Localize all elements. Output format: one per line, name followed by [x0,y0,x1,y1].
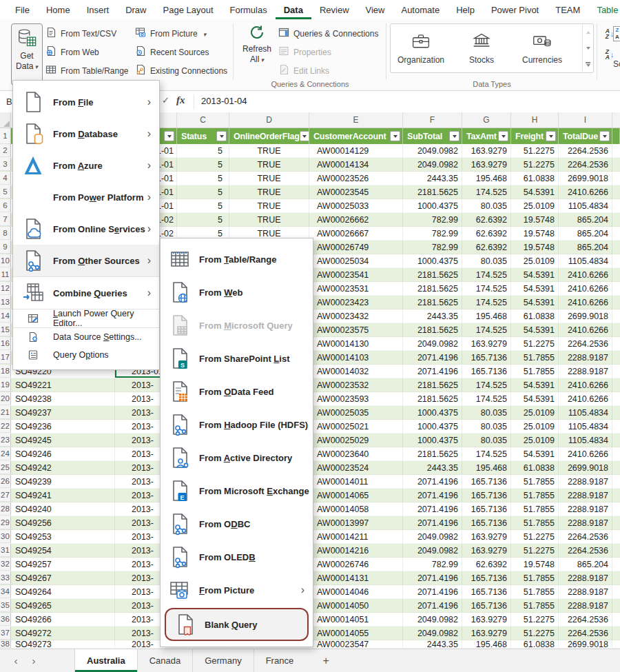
cell-salesorder[interactable]: SO49273 [11,640,115,648]
get-data-menu-item[interactable]: From Database [13,118,159,150]
cell-totaldue[interactable]: 2264.2536 [559,627,612,640]
cell-taxamt[interactable]: 165.7136 [462,351,511,364]
cell-totaldue[interactable]: 2410.6266 [559,378,612,391]
cell-customeraccount[interactable]: AW00023593 [309,392,403,405]
filter-button[interactable] [546,131,556,141]
row-number[interactable]: 12 [0,282,11,295]
cell-status[interactable]: 5 [177,213,229,226]
cell-totaldue[interactable]: 2264.2536 [559,544,612,557]
cell-subtotal[interactable]: 2443.35 [403,172,462,185]
row-number[interactable]: 27 [0,489,11,502]
cell-subtotal[interactable]: 782.99 [403,227,462,240]
cell-freight[interactable]: 54.5391 [511,296,559,309]
cell-taxamt[interactable]: 195.468 [462,172,511,185]
cell-totaldue[interactable]: 2288.9187 [559,365,612,378]
add-sheet-button[interactable] [313,649,338,672]
cell-onlineorderflag[interactable]: TRUE [229,199,309,212]
cell-subtotal[interactable]: 2049.0982 [403,530,462,543]
cell-taxamt[interactable]: 163.9279 [462,337,511,350]
row-number[interactable]: 8 [0,227,11,240]
cell-freight[interactable]: 51.2275 [511,144,559,157]
gallery-scroll-up[interactable] [583,24,593,40]
cell-taxamt[interactable]: 163.9279 [462,613,511,626]
tab-review[interactable]: Review [311,0,358,19]
cell-freight[interactable]: 51.7855 [511,365,559,378]
existing-connections-button[interactable]: Existing Connections [135,61,227,80]
cell-taxamt[interactable]: 174.525 [462,282,511,295]
cell-status[interactable]: 5 [177,185,229,198]
cell-customeraccount[interactable]: AW00014046 [309,585,403,598]
column-header-d[interactable]: D [229,112,309,128]
cell-freight[interactable]: 54.5391 [511,268,559,281]
from-table-range-button[interactable]: From Table/Range [45,61,129,80]
cell-freight[interactable]: 51.2275 [511,530,559,543]
cell-taxamt[interactable]: 163.9279 [462,544,511,557]
row-number[interactable]: 16 [0,337,11,350]
get-data-menu-item[interactable]: From File [13,86,159,118]
cell-totaldue[interactable]: 2410.6266 [559,282,612,295]
get-data-menu-item[interactable]: Combine Queries [13,276,159,309]
row-number[interactable]: 35 [0,599,11,612]
tab-formulas[interactable]: Formulas [222,0,276,19]
cell-taxamt[interactable]: 174.525 [462,392,511,405]
cell-freight[interactable]: 61.0838 [511,640,559,648]
cell-totaldue[interactable]: 2288.9187 [559,599,612,612]
cell-onlineorderflag[interactable]: TRUE [229,172,309,185]
cell-freight[interactable]: 25.0109 [511,420,559,433]
row-number[interactable]: 19 [0,378,11,391]
cell-customeraccount[interactable]: AW00023545 [309,185,403,198]
cell-subtotal[interactable]: 1000.4375 [403,406,462,419]
cell-totaldue[interactable]: 2288.9187 [559,502,612,516]
cell-status[interactable]: 5 [177,199,229,212]
cell-freight[interactable]: 54.5391 [511,392,559,405]
cell-salesorder[interactable]: SO49242 [11,461,115,474]
other-sources-menu-item[interactable]: E From Microsoft Exchange [161,474,313,507]
column-header-f[interactable]: F [403,112,462,128]
cell-salesorder[interactable]: SO49246 [11,447,115,460]
cell-customeraccount[interactable]: AW00014011 [309,475,403,488]
cell-taxamt[interactable]: 195.468 [462,309,511,323]
cell-customeraccount[interactable]: AW00023432 [309,309,403,323]
cell-customeraccount[interactable]: AW00025021 [309,420,403,433]
cell-onlineorderflag[interactable]: TRUE [229,158,309,171]
row-number[interactable]: 31 [0,544,11,557]
cell-freight[interactable]: 51.7855 [511,351,559,364]
cell-status[interactable]: 5 [177,158,229,171]
cell-freight[interactable]: 51.7855 [511,475,559,488]
cell-totaldue[interactable]: 2410.6266 [559,185,612,198]
get-data-menu-item[interactable]: Launch Power Query Editor... [13,309,159,327]
sheet-tab-germany[interactable]: Germany [192,649,253,672]
other-sources-menu-item[interactable]: Blank Query [165,608,309,641]
tab-team[interactable]: TEAM [547,0,588,19]
cell-customeraccount[interactable]: AW00023541 [309,268,403,281]
tab-power-pivot[interactable]: Power Pivot [483,0,547,19]
cell-totaldue[interactable]: 2288.9187 [559,571,612,584]
cell-customeraccount[interactable]: AW00023547 [309,640,403,648]
cell-totaldue[interactable]: 2410.6266 [559,323,612,336]
sheet-nav-prev-icon[interactable] [7,649,25,672]
column-header-e[interactable]: E [309,112,403,128]
get-data-menu-item[interactable]: Query Options [13,346,159,364]
cell-customeraccount[interactable]: AW00026746 [309,558,403,571]
cell-taxamt[interactable]: 163.9279 [462,144,511,157]
cell-freight[interactable]: 51.7855 [511,502,559,516]
cell-freight[interactable]: 51.2275 [511,544,559,557]
cell-totaldue[interactable]: 865.204 [559,241,612,254]
data-type-organization[interactable]: Organization [391,24,451,72]
cell-subtotal[interactable]: 2071.4196 [403,599,462,612]
properties-button[interactable]: Properties [278,43,378,61]
row-number[interactable]: 7 [0,213,11,226]
cell-taxamt[interactable]: 80.035 [462,406,511,419]
cell-subtotal[interactable]: 2181.5625 [403,378,462,391]
tab-table-design[interactable]: Table Design [588,0,620,19]
row-number[interactable]: 4 [0,172,11,185]
cell-subtotal[interactable]: 2181.5625 [403,296,462,309]
cell-subtotal[interactable]: 782.99 [403,213,462,226]
cell-subtotal[interactable]: 2443.35 [403,461,462,474]
row-number[interactable]: 30 [0,530,11,543]
cell-freight[interactable]: 51.2275 [511,158,559,171]
cell-subtotal[interactable]: 2049.0982 [403,627,462,640]
cell-onlineorderflag[interactable]: TRUE [229,213,309,226]
row-number[interactable]: 15 [0,323,11,336]
cell-salesorder[interactable]: SO49253 [11,530,115,543]
